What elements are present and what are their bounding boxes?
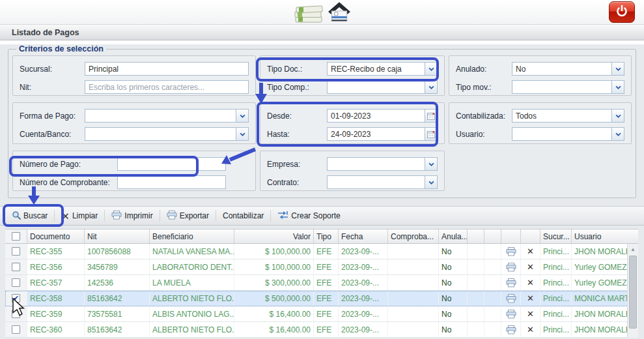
tipo-comp-select[interactable] — [327, 80, 438, 94]
print-icon — [506, 325, 516, 334]
chevron-down-icon[interactable] — [611, 81, 624, 93]
row-select-cell[interactable] — [5, 322, 27, 337]
cell-anulado: No — [439, 275, 468, 290]
print-row-button[interactable] — [501, 244, 521, 259]
table-row[interactable]: REC-35973575581ALBIS ANTONIO LAG...$ 16,… — [5, 306, 638, 322]
cell-usuario: Yurley GOMEZ — [572, 259, 627, 274]
table-row[interactable]: REC-35885163642ALBERTO NIETO FLO...$ 500… — [5, 291, 638, 306]
imprimir-button[interactable]: Imprimir — [106, 209, 158, 224]
contabilizar-button[interactable]: Contabilizar — [217, 209, 269, 222]
row-checkbox[interactable] — [12, 325, 20, 334]
contrato-select[interactable] — [327, 175, 438, 189]
table-row[interactable]: REC-3551007856088NATALIA VANESA MA...$ 1… — [5, 244, 638, 259]
scrollbar-thumb[interactable] — [629, 256, 637, 329]
row-checkbox[interactable] — [12, 278, 20, 287]
cuenta-banco-select[interactable] — [85, 127, 249, 141]
print-row-button[interactable] — [501, 306, 521, 321]
cell-empty — [468, 322, 484, 337]
power-button[interactable] — [609, 1, 635, 23]
chevron-down-icon[interactable] — [611, 128, 624, 140]
col-fecha[interactable]: Fecha — [339, 229, 388, 243]
cell-sucursal: Princi... — [540, 306, 572, 321]
chevron-down-icon[interactable] — [425, 63, 437, 75]
delete-row-button[interactable]: ✕ — [521, 275, 540, 290]
table-row[interactable]: REC-3563456789LABORATORIO DENT...$ 100,0… — [5, 259, 638, 275]
col-anulado[interactable]: Anula... — [439, 229, 468, 243]
hasta-date-input[interactable]: 24-09-2023 — [327, 127, 438, 141]
scroll-up-button[interactable]: ▲ — [628, 244, 638, 255]
col-sucursal[interactable]: Sucur... — [540, 229, 572, 243]
group-anulado: Anulado: No Tipo mov.: — [449, 55, 632, 96]
row-select-cell[interactable] — [5, 291, 27, 306]
buscar-button[interactable]: Buscar — [7, 209, 53, 224]
row-select-cell[interactable] — [5, 275, 27, 290]
chevron-down-icon[interactable] — [425, 158, 437, 170]
nit-input[interactable] — [85, 80, 249, 94]
row-select-cell[interactable] — [5, 244, 27, 259]
delete-row-button[interactable]: ✕ — [521, 259, 540, 274]
delete-row-button[interactable]: ✕ — [521, 244, 540, 259]
col-tipo[interactable]: Tipo — [314, 229, 339, 243]
print-icon — [506, 278, 516, 287]
cell-tipo: EFE — [314, 275, 339, 290]
chevron-down-icon[interactable] — [425, 176, 437, 188]
vertical-scrollbar[interactable]: ▲ — [627, 244, 638, 338]
limpiar-button[interactable]: ✕ Limpiar — [56, 209, 103, 223]
contabilizada-select[interactable]: Todos — [512, 109, 624, 123]
desde-date-input[interactable]: 01-09-2023 — [327, 109, 438, 123]
row-select-cell[interactable] — [5, 259, 27, 274]
payments-table: Documento Nit Beneficiario Valor Tipo Fe… — [5, 229, 638, 338]
calendar-icon[interactable] — [425, 128, 437, 140]
numero-comprobante-input[interactable] — [117, 175, 226, 189]
chevron-down-icon[interactable] — [611, 110, 624, 122]
table-row[interactable]: REC-36085163642ALBERTO NIETO FLO...$ 16,… — [5, 322, 638, 338]
col-valor[interactable]: Valor — [234, 229, 314, 243]
tipo-doc-select[interactable]: REC-Recibo de caja — [327, 62, 438, 76]
chevron-down-icon[interactable] — [425, 81, 437, 93]
sucursal-input[interactable] — [85, 62, 249, 76]
anulado-select[interactable]: No — [512, 62, 624, 76]
empresa-select[interactable] — [327, 157, 438, 171]
col-comprobante[interactable]: Comproba... — [388, 229, 439, 243]
forma-pago-select[interactable] — [85, 109, 249, 123]
col-documento[interactable]: Documento — [27, 229, 85, 243]
row-select-cell[interactable] — [5, 306, 27, 321]
row-checkbox[interactable] — [12, 263, 20, 271]
col-usuario[interactable]: Usuario — [572, 229, 627, 243]
calendar-icon[interactable] — [425, 110, 437, 122]
delete-row-button[interactable]: ✕ — [521, 291, 540, 306]
toolbar-separator — [216, 210, 216, 222]
row-checkbox[interactable] — [12, 247, 20, 256]
print-row-button[interactable] — [501, 291, 521, 306]
cell-documento: REC-360 — [27, 322, 85, 337]
chevron-down-icon[interactable] — [236, 128, 248, 140]
group-sucursal-nit: Sucursal: Nit: — [12, 55, 256, 96]
page-title-bar: Listado de Pagos — [0, 25, 644, 40]
table-row[interactable]: REC-357142536LA MUELA$ 300,000.00EFE2023… — [5, 275, 638, 291]
delete-row-button[interactable]: ✕ — [521, 306, 540, 321]
exportar-button[interactable]: Exportar — [161, 209, 214, 224]
crear-soporte-button[interactable]: Crear Soporte — [272, 209, 345, 224]
sucursal-label: Sucursal: — [20, 65, 85, 74]
print-row-button[interactable] — [501, 259, 521, 274]
cell-sucursal: Princi... — [540, 244, 572, 259]
select-all-checkbox[interactable] — [12, 232, 20, 241]
cell-empty — [484, 259, 501, 274]
chevron-down-icon[interactable] — [611, 63, 624, 75]
row-checkbox[interactable] — [12, 294, 20, 302]
cuenta-banco-label: Cuenta/Banco: — [20, 130, 85, 139]
usuario-select[interactable] — [512, 127, 624, 141]
cell-documento: REC-358 — [27, 291, 85, 306]
row-checkbox[interactable] — [12, 310, 20, 318]
col-beneficiario[interactable]: Beneficiario — [150, 229, 234, 243]
col-nit[interactable]: Nit — [85, 229, 150, 243]
delete-row-button[interactable]: ✕ — [521, 322, 540, 337]
select-all-header[interactable] — [5, 229, 27, 243]
tipo-mov-select[interactable] — [512, 80, 624, 94]
numero-pago-input[interactable] — [117, 157, 226, 171]
print-row-button[interactable] — [501, 322, 521, 337]
print-row-button[interactable] — [501, 275, 521, 290]
table-header: Documento Nit Beneficiario Valor Tipo Fe… — [5, 229, 638, 244]
chevron-down-icon[interactable] — [236, 110, 248, 122]
create-support-icon — [277, 211, 288, 222]
